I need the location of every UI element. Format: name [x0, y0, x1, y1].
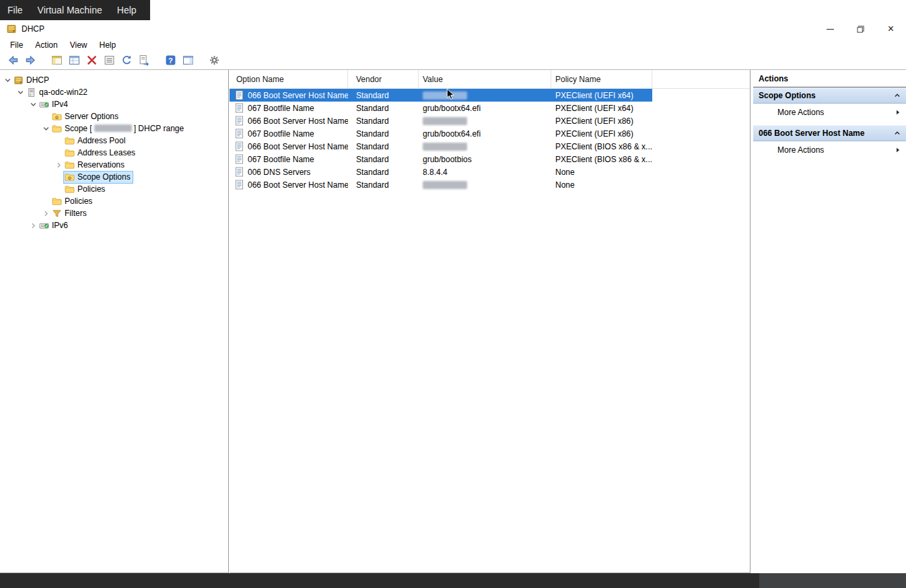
help-button[interactable]: ? [163, 54, 178, 69]
column-header-value[interactable]: Value [419, 70, 551, 88]
table-row[interactable]: 067 Bootfile NameStandardgrub/bootx64.ef… [230, 127, 652, 140]
policy-name-text: PXEClient (UEFI x64) [551, 89, 652, 102]
chevron-right-icon[interactable] [55, 161, 63, 169]
table-row[interactable]: 067 Bootfile NameStandardgrub/bootbiosPX… [230, 153, 652, 166]
tree-item-label: Address Leases [77, 148, 135, 157]
ipv6-icon [39, 221, 49, 231]
table-row[interactable]: 066 Boot Server Host NameStandardPXEClie… [230, 89, 652, 102]
folder-icon [52, 124, 62, 134]
server-icon [26, 87, 36, 98]
tree-item-address-pool[interactable]: Address Pool [0, 135, 228, 147]
close-button[interactable]: × [876, 20, 906, 38]
dhcp-icon [13, 75, 24, 85]
toolbar-separator [198, 54, 205, 69]
export-list-button[interactable] [137, 54, 152, 69]
option-item-icon [235, 167, 244, 177]
list-header: Option Name Vendor Value Policy Name [230, 70, 750, 89]
chevron-spacer [55, 186, 63, 193]
filter-icon [52, 209, 62, 219]
host-menu-help[interactable]: Help [110, 0, 144, 20]
table-row[interactable]: 067 Bootfile NameStandardgrub/bootx64.ef… [230, 102, 652, 114]
column-header-policy-name[interactable]: Policy Name [551, 70, 652, 88]
delete-button[interactable] [84, 54, 100, 69]
menu-view[interactable]: View [64, 40, 94, 50]
chevron-down-icon[interactable] [30, 101, 37, 108]
folder-icon [65, 184, 75, 194]
toolbar-separator [154, 54, 161, 69]
option-name-text: 067 Bootfile Name [248, 155, 314, 164]
column-header-vendor[interactable]: Vendor [348, 70, 419, 88]
forward-button[interactable] [23, 54, 38, 69]
table-row[interactable]: 066 Boot Server Host NameStandardPXEClie… [230, 140, 652, 153]
menubar: File Action View Help [0, 38, 906, 52]
option-name-text: 006 DNS Servers [248, 168, 310, 177]
action-group-title: 066 Boot Server Host Name [759, 128, 894, 138]
vendor-text: Standard [348, 166, 419, 178]
chevron-right-icon[interactable] [42, 210, 50, 217]
host-menu-virtual-machine[interactable]: Virtual Machine [30, 0, 110, 20]
policy-name-text: PXEClient (UEFI x64) [551, 102, 652, 114]
menu-file[interactable]: File [4, 40, 29, 50]
tree-item-scope-dhcp-range[interactable]: Scope [] DHCP range [0, 122, 228, 135]
configure-button[interactable] [207, 54, 222, 69]
minimize-button[interactable] [815, 20, 845, 38]
tree-item-policies[interactable]: Policies [0, 183, 228, 195]
vendor-text: Standard [348, 127, 419, 140]
results-pane: Option Name Vendor Value Policy Name 066… [230, 70, 751, 573]
option-name-text: 066 Boot Server Host Name [248, 180, 348, 190]
chevron-spacer [55, 149, 63, 157]
back-button[interactable] [5, 54, 21, 69]
window-title: DHCP [22, 24, 44, 34]
properties-button[interactable] [102, 54, 117, 69]
tree-item-ipv6[interactable]: IPv6 [0, 219, 228, 231]
properties-window-button[interactable] [67, 54, 82, 69]
tree-item-label: Filters [65, 209, 87, 218]
table-row[interactable]: 066 Boot Server Host NameStandardNone [230, 178, 652, 191]
chevron-up-icon[interactable] [894, 92, 901, 99]
more-actions-button[interactable]: More Actions [753, 141, 906, 158]
option-item-icon [235, 103, 244, 113]
action-group-header-066-boot-server-host-name[interactable]: 066 Boot Server Host Name [753, 125, 906, 141]
tree-item-dhcp[interactable]: DHCP [0, 74, 228, 86]
chevron-down-icon[interactable] [42, 125, 50, 133]
gear-icon [209, 54, 220, 68]
chevron-up-icon[interactable] [894, 130, 901, 137]
export-list-icon [139, 54, 150, 68]
restore-button[interactable] [845, 20, 876, 38]
action-group-header-scope-options[interactable]: Scope Options [753, 87, 906, 104]
host-menu-file[interactable]: File [0, 0, 30, 20]
tree-item-qa-odc-win22[interactable]: qa-odc-win22 [0, 86, 228, 98]
vendor-text: Standard [348, 102, 419, 114]
tree-item-reservations[interactable]: Reservations [0, 159, 228, 171]
tree-item-scope-options[interactable]: Scope Options [0, 171, 228, 183]
option-item-icon [235, 90, 244, 100]
show-console-tree-button[interactable] [49, 54, 65, 69]
action-groups: Scope OptionsMore Actions066 Boot Server… [753, 87, 906, 158]
tree-item-policies[interactable]: Policies [0, 195, 228, 207]
chevron-right-icon[interactable] [30, 222, 37, 229]
props-icon [104, 54, 115, 68]
actions-pane-title: Actions [753, 70, 906, 87]
ipv4-icon [39, 100, 49, 110]
column-header-option-name[interactable]: Option Name [230, 70, 348, 88]
tree-item-label: Policies [65, 196, 92, 206]
action-pane-button[interactable] [180, 54, 196, 69]
option-name-text: 067 Bootfile Name [248, 129, 314, 139]
table-row[interactable]: 006 DNS ServersStandard8.8.4.4None [230, 166, 652, 178]
refresh-button[interactable] [119, 54, 135, 69]
action-item-label: More Actions [777, 145, 824, 155]
window-icon [69, 54, 80, 68]
more-actions-button[interactable]: More Actions [753, 104, 906, 120]
menu-action[interactable]: Action [29, 40, 63, 50]
tree-item-server-options[interactable]: Server Options [0, 110, 228, 122]
chevron-down-icon[interactable] [4, 77, 11, 84]
menu-help[interactable]: Help [94, 40, 123, 50]
tree-item-filters[interactable]: Filters [0, 207, 228, 219]
tree-item-ipv4[interactable]: IPv4 [0, 98, 228, 110]
policy-name-text: PXEClient (UEFI x86) [551, 127, 652, 140]
tree-item-label: Scope Options [77, 172, 131, 182]
chevron-down-icon[interactable] [17, 89, 24, 96]
options-folder-icon [52, 112, 62, 122]
tree-item-address-leases[interactable]: Address Leases [0, 147, 228, 159]
table-row[interactable]: 066 Boot Server Host NameStandardPXEClie… [230, 114, 652, 127]
